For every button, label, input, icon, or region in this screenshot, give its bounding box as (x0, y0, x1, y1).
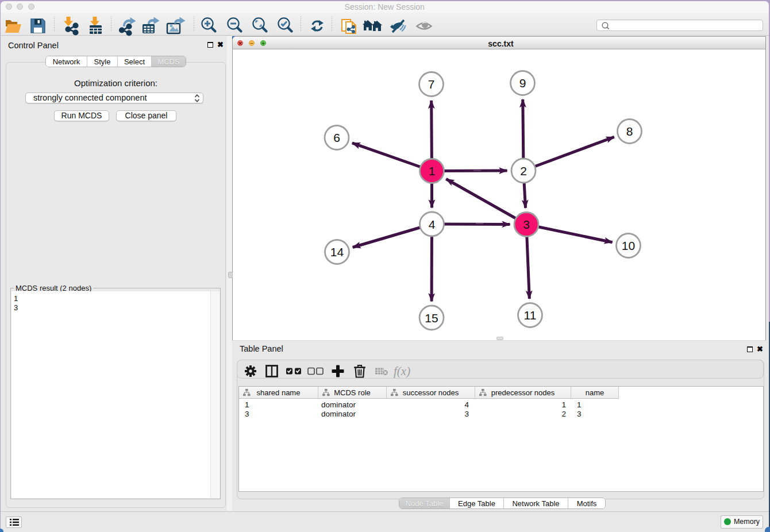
svg-text:8: 8 (626, 125, 633, 138)
svg-text:2: 2 (520, 164, 527, 178)
svg-text:10: 10 (622, 239, 635, 252)
svg-text:1: 1 (429, 164, 436, 178)
svg-text:6: 6 (333, 131, 340, 144)
svg-text:4: 4 (429, 218, 436, 231)
svg-text:15: 15 (425, 311, 438, 325)
svg-text:14: 14 (330, 245, 344, 259)
svg-text:7: 7 (428, 78, 435, 91)
svg-text:11: 11 (524, 309, 537, 322)
svg-text:f(x): f(x) (394, 364, 410, 378)
svg-text:3: 3 (523, 218, 530, 231)
svg-text:9: 9 (519, 76, 526, 90)
